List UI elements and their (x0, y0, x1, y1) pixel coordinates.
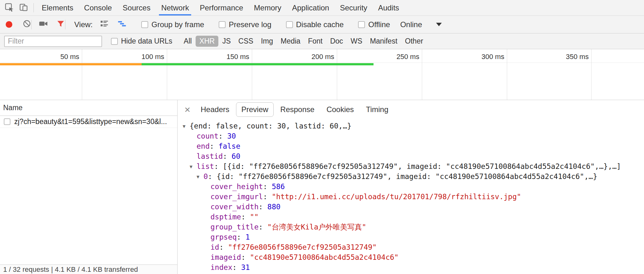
detail-tabbar: × HeadersPreviewResponseCookiesTiming (178, 100, 644, 119)
main-panel: Name zj?ch=beauty&t1=595&listtype=new&sn… (0, 100, 644, 274)
token-plain: : (210, 142, 219, 150)
expander-icon[interactable]: ▼ (183, 121, 190, 131)
detail-tab-headers[interactable]: Headers (195, 102, 235, 117)
record-button[interactable] (6, 21, 12, 28)
overview-icon (117, 19, 127, 30)
expander-icon[interactable]: ▼ (190, 162, 197, 172)
detail-tab-response[interactable]: Response (275, 102, 320, 117)
tab-sources[interactable]: Sources (117, 0, 156, 15)
tree-row[interactable]: grpseq: 1 (178, 232, 644, 242)
token-num: 1 (246, 233, 250, 241)
throttling-value: Online (400, 20, 422, 29)
chevron-down-icon (436, 23, 442, 26)
waterfall-bar-segment (0, 63, 142, 65)
filter-type-media[interactable]: Media (277, 36, 304, 47)
filter-input[interactable] (4, 36, 102, 47)
tab-application[interactable]: Application (287, 0, 334, 15)
timeline-gridline (591, 49, 592, 100)
inspect-element-button[interactable] (2, 0, 16, 15)
filter-button[interactable] (56, 19, 65, 30)
network-toolbar: View: Group by framePreserve logDisable … (0, 16, 644, 33)
token-plain: : (219, 243, 228, 251)
token-plain: {end: false, count: 30, lastid: 60,…} (190, 122, 351, 130)
checkbox-disable-cache[interactable]: Disable cache (286, 20, 344, 29)
name-column-header[interactable]: Name (0, 100, 177, 116)
tree-row[interactable]: imageid: "cc48190e57100864abc4d55a2c4104… (178, 252, 644, 262)
tab-console[interactable]: Console (79, 0, 117, 15)
checkbox-offline[interactable]: Offline (358, 20, 390, 29)
checkbox-label: Group by frame (151, 20, 204, 29)
inspect-icon (4, 3, 14, 13)
token-str: "" (250, 213, 259, 221)
checkbox-hide-data-urls[interactable]: Hide data URLs (111, 37, 172, 45)
tree-row[interactable]: lastid: 60 (178, 151, 644, 161)
token-str: "cc48190e57100864abc4d55a2c4104c6" (250, 253, 399, 261)
status-text: 1 / 32 requests | 4.1 KB / 4.1 KB transf… (3, 265, 138, 274)
tree-row[interactable]: id: "ff276e8056f58896e7cf92505a312749" (178, 242, 644, 252)
tab-elements[interactable]: Elements (36, 0, 79, 15)
detail-panel: × HeadersPreviewResponseCookiesTiming ▼{… (178, 100, 644, 274)
tree-row[interactable]: cover_width: 880 (178, 202, 644, 212)
tree-row[interactable]: group_title: "台湾美女Kila户外唯美写真" (178, 222, 644, 232)
request-name: zj?ch=beauty&t1=595&listtype=new&sn=30&l… (14, 117, 167, 126)
token-key: count (197, 132, 218, 140)
capture-screenshots-button[interactable] (39, 19, 48, 30)
device-toolbar-button[interactable] (16, 0, 31, 15)
tree-row[interactable]: ▼list: [{id: "ff276e8056f58896e7cf92505a… (178, 161, 644, 171)
checkbox-group-by-frame[interactable]: Group by frame (141, 20, 204, 29)
tab-audits[interactable]: Audits (373, 0, 404, 15)
timeline-gridline (337, 49, 337, 100)
filter-type-manifest[interactable]: Manifest (366, 36, 401, 47)
tree-row[interactable]: end: false (178, 141, 644, 151)
checkbox-preserve-log[interactable]: Preserve log (219, 20, 271, 29)
detail-tab-preview[interactable]: Preview (236, 102, 274, 117)
checkbox-box (286, 21, 293, 28)
filter-type-font[interactable]: Font (304, 36, 326, 47)
token-str: "http://i1.umei.cc/uploads/tu/201701/798… (272, 193, 521, 201)
tab-network[interactable]: Network (156, 0, 194, 15)
detail-tab-timing[interactable]: Timing (361, 102, 394, 117)
token-plain: : {id: "ff276e8056f58896e7cf92505a312749… (208, 172, 597, 181)
close-detail-button[interactable]: × (180, 104, 195, 115)
timeline-overview[interactable]: 50 ms100 ms150 ms200 ms250 ms300 ms350 m… (0, 49, 644, 100)
tab-memory[interactable]: Memory (249, 0, 287, 15)
filter-bar: Hide data URLs AllXHRJSCSSImgMediaFontDo… (0, 33, 644, 49)
large-request-rows-button[interactable] (100, 19, 109, 30)
throttling-select[interactable]: Online (400, 20, 441, 29)
clear-icon (22, 19, 31, 30)
show-overview-button[interactable] (117, 19, 127, 30)
tree-row[interactable]: count: 30 (178, 131, 644, 141)
filter-type-xhr[interactable]: XHR (196, 36, 219, 47)
detail-tab-cookies[interactable]: Cookies (321, 102, 359, 117)
filter-type-doc[interactable]: Doc (326, 36, 347, 47)
filter-type-other[interactable]: Other (401, 36, 427, 47)
expander-icon[interactable]: ▼ (197, 172, 204, 182)
close-icon: × (185, 104, 191, 115)
tree-row[interactable]: dsptime: "" (178, 212, 644, 222)
token-plain: : (258, 203, 267, 211)
tree-row[interactable]: cover_height: 586 (178, 182, 644, 192)
filter-type-ws[interactable]: WS (347, 36, 366, 47)
tab-performance[interactable]: Performance (194, 0, 248, 15)
token-key: dsptime (210, 213, 241, 221)
tree-row[interactable]: index: 31 (178, 262, 644, 272)
filter-type-all[interactable]: All (180, 36, 196, 47)
token-num: 60 (232, 152, 240, 160)
tree-row[interactable]: ▼0: {id: "ff276e8056f58896e7cf92505a3127… (178, 171, 644, 182)
clear-button[interactable] (22, 19, 31, 30)
request-list: zj?ch=beauty&t1=595&listtype=new&sn=30&l… (0, 116, 177, 128)
token-key: grpseq (210, 233, 237, 241)
request-row[interactable]: zj?ch=beauty&t1=595&listtype=new&sn=30&l… (0, 116, 177, 128)
token-key: imageid (210, 253, 241, 261)
request-checkbox[interactable] (4, 118, 10, 125)
filter-type-js[interactable]: JS (218, 36, 234, 47)
tree-row[interactable]: cover_imgurl: "http://i1.umei.cc/uploads… (178, 192, 644, 202)
checkbox-box (358, 21, 365, 28)
tab-security[interactable]: Security (335, 0, 373, 15)
token-num: 31 (241, 263, 250, 271)
token-plain: : (218, 132, 227, 140)
tree-row[interactable]: ▼{end: false, count: 30, lastid: 60,…} (178, 121, 644, 131)
timeline-tick-label: 250 ms (397, 53, 419, 61)
filter-type-img[interactable]: Img (257, 36, 277, 47)
filter-type-css[interactable]: CSS (234, 36, 257, 47)
